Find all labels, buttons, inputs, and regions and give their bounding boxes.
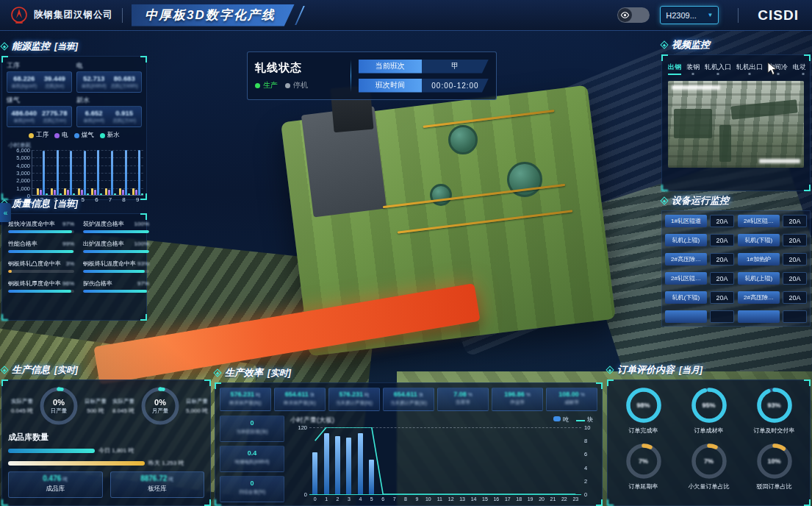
quality-metric-row: 探伤合格率97% — [83, 279, 149, 288]
hourly-chart-legend: 吨 块 — [553, 416, 593, 424]
energy-metric: 68.226单耗(kgce/t) — [10, 74, 38, 90]
quality-metric: 性能合格率99% — [8, 240, 74, 253]
energy-group-card: 68.226单耗(kgce/t)39.449总耗(tce) — [7, 71, 72, 93]
stat-label: 当天累计产量(吨) — [329, 400, 379, 407]
x-tick-label: 18 — [516, 496, 522, 502]
equipment-current-value: 20A — [710, 291, 734, 304]
order-kpi-label: 订单及时交付率 — [743, 427, 805, 435]
badge-value: 甲 — [422, 60, 489, 74]
heat-number-dropdown[interactable]: H2309... ▼ — [660, 6, 719, 24]
bar — [138, 150, 140, 195]
quality-metric: 钢板终轧凸度命中率3% — [8, 260, 74, 273]
stat-number: 196.86 — [504, 391, 525, 398]
efficiency-stat-card: 576.231吨当天累计产量(吨) — [328, 388, 380, 411]
orders-panel-subtitle: [当月] — [679, 364, 703, 377]
corner-decoration — [215, 382, 221, 389]
stat-value: 654.611块 — [275, 391, 325, 399]
energy-group-label: 新水 — [76, 96, 142, 105]
progress-fill — [8, 230, 72, 233]
stat-value: 7.08% — [438, 391, 488, 398]
stat-unit: % — [468, 392, 473, 397]
equipment-row: 轧机(下辊)20A2#高压除…20A — [665, 291, 807, 304]
production-info-panel: 生产信息 [实时] 实际产量0.045 吨0%日产量目标产量500 吨实际产量8… — [1, 363, 211, 506]
video-machine-shape — [674, 109, 712, 138]
panel-diamond-icon — [660, 40, 668, 49]
equipment-cell: 2#高压除…20A — [738, 291, 807, 304]
bar — [37, 188, 39, 195]
video-monitor-panel: 视频监控 出钢装钢轧机入口轧机出口中间冷电动辊 — [661, 38, 811, 191]
badge-key: 班次时间 — [359, 79, 422, 93]
x-tick-label: 4 — [359, 496, 362, 502]
video-tab-4[interactable]: 中间冷 — [768, 63, 788, 75]
video-overlay-text — [672, 85, 720, 90]
stat-label: 当天累计产量(块) — [384, 400, 434, 407]
badge-value: 00:00-12:00 — [422, 79, 489, 93]
gauge-actual-value: 8.045 吨 — [109, 407, 137, 415]
bar — [43, 151, 45, 195]
equipment-panel-title: 设备运行监控 — [672, 194, 729, 207]
stat-number: 654.611 — [394, 391, 417, 398]
quality-metric-value: 96% — [62, 280, 74, 287]
page-title-plate: 中厚板3D数字化产线 — [132, 4, 295, 26]
corner-decoration — [1, 314, 8, 321]
stat-number: 576.231 — [339, 391, 363, 398]
order-kpi: 95%订单成材率 — [678, 386, 740, 435]
quality-metric: 超快冷温度命中率97% — [8, 220, 74, 233]
production-panel-title: 生产信息 — [12, 363, 50, 377]
bar-legend-swatch — [553, 416, 561, 421]
equipment-cell: 轧机(下辊)20A — [738, 234, 807, 246]
order-donut: 95% — [690, 386, 728, 424]
video-tab-5[interactable]: 电动辊 — [793, 63, 805, 75]
equipment-row: 2#高压除…20A1#加热炉20A — [665, 253, 807, 266]
bar-group — [105, 151, 116, 195]
quality-metric-row: 超快冷温度命中率97% — [8, 220, 74, 228]
equipment-cell: 1#轧区辊道20A — [665, 215, 734, 227]
view-visibility-toggle[interactable] — [617, 7, 650, 23]
efficiency-panel-subtitle: [实时] — [267, 367, 291, 380]
equipment-row: 轧机(上辊)20A轧机(下辊)20A — [665, 234, 807, 246]
line-legend-swatch — [576, 420, 585, 421]
video-tab-3[interactable]: 轧机出口 — [736, 63, 763, 75]
x-tick-label: 6 — [381, 496, 384, 502]
order-kpi-label: 订单延期率 — [612, 482, 675, 491]
stat-label: 作业率 — [492, 399, 542, 406]
equipment-current-value: 20A — [710, 234, 734, 246]
efficiency-stat-card: 576.231吨昨天班产量(吨) — [220, 388, 271, 411]
energy-metric-unit: 单耗(m³/t) — [10, 118, 38, 124]
equipment-name: 轧机(上辊) — [738, 272, 780, 285]
quality-metric: 钢板终轧温度命中率93% — [83, 260, 149, 273]
cctv-video-frame[interactable] — [668, 81, 804, 168]
video-tab-0[interactable]: 出钢 — [668, 63, 681, 75]
x-tick-label: 0 — [314, 496, 317, 502]
stat-number: 108.00 — [558, 391, 579, 398]
equipment-current-value — [783, 310, 807, 323]
stock-box-label: 成品库 — [9, 485, 102, 493]
quality-metric-row: 性能合格率99% — [8, 240, 74, 248]
energy-legend-label: 煤气 — [82, 131, 94, 140]
energy-group-label: 煤气 — [7, 96, 72, 105]
progress-track — [8, 270, 74, 273]
video-tab-2[interactable]: 轧机入口 — [705, 63, 731, 75]
quality-metric-label: 性能合格率 — [8, 240, 37, 248]
bar — [84, 151, 86, 195]
energy-metric: 52.713单耗(kWh/t) — [80, 74, 108, 90]
quality-info-panel: 质量信息 [当班] 超快冷温度命中率97%装炉温度合格率100%性能合格率99%… — [1, 197, 147, 321]
corner-decoration — [1, 380, 8, 386]
y-tick-label: 5,000 — [16, 154, 30, 161]
energy-group: 煤气486.040单耗(m³/t)2775.78总耗(万m³) — [7, 96, 72, 127]
panel-collapse-handle[interactable]: « — [0, 203, 11, 222]
video-tab-1[interactable]: 装钢 — [686, 63, 700, 75]
company-logo-icon — [10, 7, 28, 24]
bar — [108, 190, 110, 195]
stock-box-value: 8876.72吨 — [111, 474, 204, 483]
line-status-panel: 轧线状态 生产停机 当前班次甲班次时间00:00-12:00 — [247, 51, 497, 100]
gauge-actual: 实际产量8.045 吨 — [109, 398, 137, 415]
quality-metric-label: 超快冷温度命中率 — [8, 220, 55, 228]
legend-bars: 吨 — [553, 416, 569, 424]
energy-metric-value: 80.683 — [111, 74, 139, 82]
quality-metric-label: 探伤合格率 — [83, 279, 112, 288]
corner-decoration — [661, 185, 668, 191]
bar — [60, 193, 62, 195]
gauge-target-label: 目标产量 — [183, 398, 211, 405]
quality-metric-value: 99% — [62, 240, 74, 247]
